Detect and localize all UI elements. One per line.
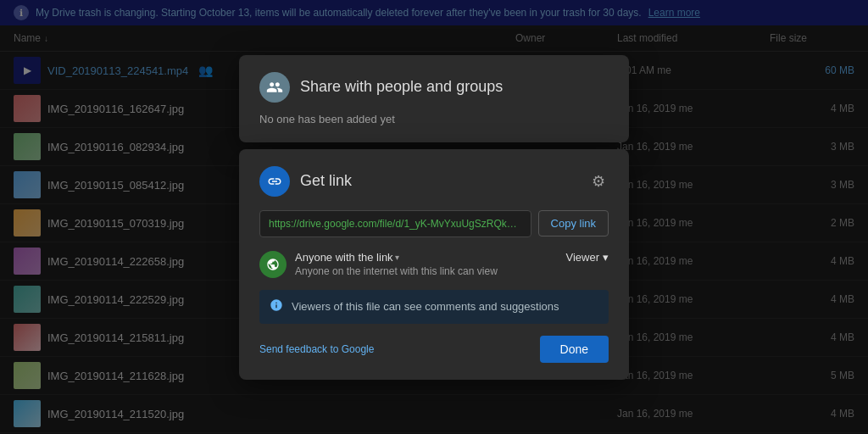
viewer-label: Viewer — [565, 251, 599, 264]
link-url-row: https://drive.google.com/file/d/1_yK-MvY… — [259, 210, 609, 237]
get-link-header: Get link ⚙ — [259, 166, 609, 197]
access-who-label: Anyone with the link — [295, 251, 393, 264]
access-description: Anyone on the internet with this link ca… — [295, 265, 498, 277]
share-dialog-title-row: Share with people and groups — [259, 72, 609, 103]
access-row: Anyone with the link ▾ Anyone on the int… — [259, 251, 609, 278]
link-icon — [259, 166, 290, 197]
copy-link-button[interactable]: Copy link — [538, 210, 609, 236]
access-text-group: Anyone with the link ▾ Anyone on the int… — [295, 251, 498, 277]
info-box-text: Viewers of this file can see comments an… — [292, 300, 559, 313]
access-who-dropdown[interactable]: Anyone with the link ▾ — [295, 251, 399, 264]
dialog-footer: Send feedback to Google Done — [259, 336, 609, 363]
access-who-chevron-icon: ▾ — [395, 253, 399, 262]
share-people-icon — [259, 72, 290, 103]
info-box-icon — [270, 298, 283, 315]
viewer-role-dropdown[interactable]: Viewer ▾ — [565, 251, 609, 264]
get-link-dialog: Get link ⚙ https://drive.google.com/file… — [239, 149, 629, 380]
viewer-chevron-icon: ▾ — [603, 251, 609, 264]
get-link-title: Get link — [300, 172, 352, 190]
info-box: Viewers of this file can see comments an… — [259, 290, 609, 324]
share-dialog-title: Share with people and groups — [300, 78, 503, 96]
done-button[interactable]: Done — [540, 336, 609, 363]
access-globe-icon — [259, 251, 287, 278]
share-dialog-subtitle: No one has been added yet — [259, 113, 609, 125]
modal-overlay: Share with people and groups No one has … — [0, 0, 868, 434]
link-url-display: https://drive.google.com/file/d/1_yK-MvY… — [259, 210, 531, 237]
get-link-title-row: Get link — [259, 166, 352, 197]
feedback-link[interactable]: Send feedback to Google — [259, 343, 374, 355]
share-dialog: Share with people and groups No one has … — [239, 55, 629, 142]
access-left: Anyone with the link ▾ Anyone on the int… — [259, 251, 498, 278]
gear-settings-button[interactable]: ⚙ — [588, 169, 609, 194]
